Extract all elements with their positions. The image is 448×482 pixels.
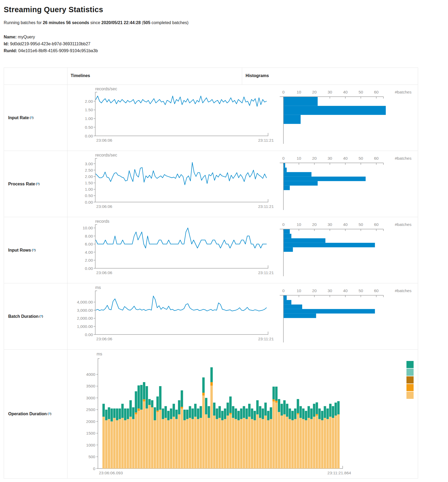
stacked-bar-segment: [156, 396, 159, 410]
stacked-bar-segment: [316, 416, 318, 468]
stacked-bar-segment: [275, 401, 278, 403]
stacked-bar-segment: [132, 419, 134, 468]
stacked-bar-segment: [273, 387, 275, 399]
x-axis: [95, 265, 268, 268]
stacked-bar-segment: [197, 408, 199, 419]
legend-swatch-2: [406, 376, 414, 383]
stacked-bar-segment: [119, 419, 121, 468]
table-row-process-rate: Process Rate (?) records/sec0.000.501.00…: [4, 151, 418, 217]
y-axis-unit-label: records/sec: [95, 153, 117, 157]
axis-tick-label: 0.00: [85, 200, 93, 204]
help-icon[interactable]: (?): [36, 182, 39, 185]
axis-tick-label: 1.50: [85, 181, 93, 185]
help-icon[interactable]: (?): [32, 248, 35, 252]
stacked-bar-segment: [159, 386, 161, 410]
stacked-bar-segment: [135, 414, 137, 468]
stacked-bar-segment: [183, 410, 186, 420]
input-rate-timeline-chart: records/sec0.000.501.001.502.0023:06:062…: [85, 87, 274, 142]
row-label-input-rate: Input Rate (?): [4, 85, 67, 151]
stacked-bar-segment: [256, 400, 259, 414]
stacked-bar-segment: [256, 414, 259, 468]
stacked-bar-segment: [240, 419, 242, 468]
stacked-bar-segment: [332, 418, 334, 468]
stacked-bar-segment: [162, 408, 164, 419]
timeline-line: [96, 96, 266, 106]
stacked-bar-segment: [183, 420, 186, 468]
axis-tick-label: 1,000.00: [77, 324, 93, 329]
header-cell-histograms: Histograms: [242, 68, 418, 84]
stacked-bar-segment: [210, 386, 213, 468]
axis-tick-label: 20: [312, 156, 317, 160]
legend-swatch-3: [406, 384, 414, 391]
stacked-bar-segment: [324, 406, 326, 418]
stacked-bar-segment: [280, 416, 283, 468]
stacked-bar-segment: [313, 404, 315, 417]
input-rate-histogram-chart: 0102030405060#batches: [280, 90, 411, 144]
axis-tick-label: 6.00: [85, 242, 93, 246]
axis-tick-label: 30: [328, 222, 332, 227]
stacked-bar-segment: [143, 382, 145, 399]
x-axis-start-label: 23:06:06: [96, 138, 112, 142]
stacked-bar-segment: [264, 403, 267, 416]
batch-duration-histogram-chart: 0102030405060#batches: [280, 288, 411, 342]
stacked-bar-segment: [300, 418, 302, 468]
stacked-bar-segment: [297, 399, 299, 413]
stacked-bar-segment: [297, 413, 299, 414]
y-axis: [98, 359, 99, 468]
x-axis-end-label: 23:11:21: [258, 337, 274, 341]
axis-tick-label: 0: [282, 156, 285, 160]
histogram-bar: [284, 186, 290, 190]
start-timestamp: 2020/05/21 22:44:28: [101, 20, 141, 25]
chart-cell: records/sec0.000.501.001.502.002.503.002…: [67, 151, 418, 217]
stacked-bar-segment: [243, 406, 245, 418]
stacked-bar-segment: [329, 404, 332, 417]
stacked-bar-segment: [111, 408, 113, 421]
stacked-bar-segment: [143, 399, 145, 401]
stacked-bar-segment: [291, 411, 294, 420]
y-axis-unit-label: ms: [95, 285, 101, 290]
timeline-line: [96, 296, 266, 311]
axis-tick-label: 0: [282, 222, 285, 227]
stacked-bar-segment: [305, 411, 307, 420]
help-icon[interactable]: (?): [48, 412, 51, 415]
axis-tick-label: 0: [93, 466, 95, 471]
axis-tick-label: 20: [312, 90, 317, 94]
stacked-bar-segment: [267, 420, 269, 468]
runid-label: RunId:: [4, 48, 17, 53]
id-label: Id:: [4, 42, 9, 46]
stacked-bar-segment: [327, 419, 329, 468]
stacked-bar-segment: [232, 418, 234, 468]
axis-tick-label: 1.50: [85, 108, 93, 112]
batches-axis-label: #batches: [395, 222, 411, 227]
axis-tick-label: 4.00: [85, 250, 93, 255]
stacked-bar-segment: [229, 413, 232, 414]
axis-tick-label: 4,000.00: [77, 300, 93, 304]
histogram-bar: [284, 163, 285, 168]
page-title: Streaming Query Statistics: [4, 5, 448, 14]
stacked-bar-segment: [108, 419, 110, 468]
name-label: Name:: [4, 35, 17, 39]
help-icon[interactable]: (?): [39, 315, 43, 318]
query-metadata: Name: myQuery Id: 9d0dd219-995d-423e-b97…: [4, 34, 448, 54]
stacked-bar-segment: [170, 408, 172, 419]
axis-tick-label: 1.00: [85, 187, 93, 191]
stacked-bar-segment: [165, 418, 167, 468]
histogram-bar: [284, 305, 302, 309]
stacked-bar-segment: [213, 403, 215, 416]
histogram-bar: [284, 238, 325, 243]
x-axis-start-label: 23:06:06: [96, 337, 112, 341]
help-icon[interactable]: (?): [30, 116, 33, 119]
stacked-bar-segment: [181, 408, 183, 468]
stacked-bar-segment: [124, 420, 126, 468]
stacked-bar-segment: [154, 420, 156, 468]
stacked-bar-segment: [202, 393, 205, 396]
stacked-bar-segment: [337, 414, 340, 468]
query-runid: 04e101e6-8bf8-4165-9099-9104c951ba3b: [17, 48, 98, 53]
stacked-bar-segment: [210, 367, 213, 382]
legend-swatch-1: [406, 369, 414, 376]
summary-text: Running batches for: [4, 20, 43, 25]
stacked-bar-segment: [235, 419, 237, 468]
stacked-bar-segment: [213, 416, 215, 468]
table-row-input-rows: Input Rows (?) records0.002.004.006.008.…: [4, 217, 418, 283]
stacked-bar-segment: [146, 386, 148, 408]
